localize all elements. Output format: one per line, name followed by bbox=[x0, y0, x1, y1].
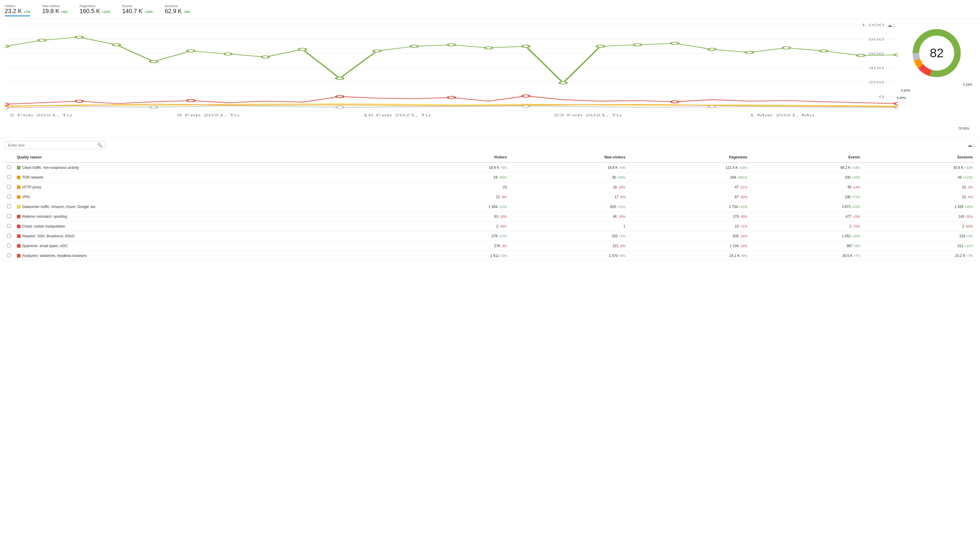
change-badge: -18% bbox=[618, 215, 625, 218]
row-pageviews: 284 +381% bbox=[628, 173, 750, 183]
table-section: Quality reason Visitors New visitors Pag… bbox=[0, 152, 980, 267]
row-checkbox[interactable] bbox=[7, 175, 11, 179]
row-checkbox[interactable] bbox=[7, 234, 11, 238]
th-new-visitors: New visitors bbox=[509, 152, 628, 162]
row-sessions: 49 +113% bbox=[862, 173, 975, 183]
svg-point-38 bbox=[5, 103, 9, 105]
svg-text:800: 800 bbox=[869, 38, 884, 41]
row-sessions: 1 526 +20% bbox=[862, 202, 975, 212]
row-checkbox-cell[interactable] bbox=[5, 222, 14, 231]
color-indicator bbox=[17, 176, 21, 179]
row-checkbox-cell[interactable] bbox=[5, 251, 14, 261]
row-events: 2 -75% bbox=[750, 222, 862, 231]
row-checkbox-cell[interactable] bbox=[5, 183, 14, 192]
donut-center-value: 82 bbox=[930, 46, 944, 60]
row-label: VPN bbox=[14, 192, 403, 202]
row-checkbox[interactable] bbox=[7, 224, 11, 228]
row-label: Analyzers: webdriver, headless browsers bbox=[14, 251, 403, 261]
donut-label-green: 79.50% bbox=[958, 127, 969, 130]
donut-label-red: 9.48% bbox=[897, 96, 906, 100]
row-pageviews: 47 -51% bbox=[628, 183, 750, 192]
svg-point-22 bbox=[336, 77, 344, 79]
row-checkbox-cell[interactable] bbox=[5, 162, 14, 173]
change-badge: -24% bbox=[740, 234, 748, 238]
change-badge: -71% bbox=[740, 224, 748, 228]
sessions-change: +8% bbox=[184, 10, 190, 14]
svg-point-47 bbox=[150, 106, 157, 108]
label-text: VPN bbox=[22, 195, 30, 199]
row-checkbox[interactable] bbox=[7, 204, 11, 208]
row-checkbox-cell[interactable] bbox=[5, 231, 14, 241]
svg-point-35 bbox=[820, 49, 827, 52]
svg-point-34 bbox=[783, 46, 790, 49]
label-text: Datacenter traffic: Amazon, Azure, Googl… bbox=[22, 205, 96, 209]
row-label: Cheat: cookie manipulation bbox=[14, 222, 403, 231]
row-checkbox[interactable] bbox=[7, 214, 11, 218]
visitors-change: +7% bbox=[24, 10, 30, 14]
change-badge: -6% bbox=[967, 195, 973, 199]
row-events: 987 +6% bbox=[750, 241, 862, 251]
row-pageviews: 1 104 -22% bbox=[628, 241, 750, 251]
donut-label-orange: 5.84% bbox=[901, 89, 910, 92]
change-badge: +15% bbox=[739, 166, 747, 169]
svg-point-28 bbox=[559, 82, 567, 84]
svg-point-41 bbox=[336, 95, 344, 98]
row-checkbox-cell[interactable] bbox=[5, 173, 14, 183]
quality-table: Quality reason Visitors New visitors Pag… bbox=[5, 152, 975, 261]
table-row: Cheat: cookie manipulation 3 -40% 1 15 -… bbox=[5, 222, 975, 231]
change-badge: -30% bbox=[740, 215, 748, 218]
row-checkbox-cell[interactable] bbox=[5, 241, 14, 251]
sessions-label: Sessions bbox=[165, 4, 190, 8]
new-visitors-label: New visitors bbox=[42, 4, 68, 8]
color-indicator bbox=[17, 244, 21, 248]
row-new-visitors: 202 +7% bbox=[509, 231, 628, 241]
row-pageviews: 15 -71% bbox=[628, 222, 750, 231]
th-quality-reason: Quality reason bbox=[14, 152, 403, 162]
table-row: Spammer: email spam, UGC 276 -3% 221 -8%… bbox=[5, 241, 975, 251]
donut-chart: 82 bbox=[907, 24, 966, 83]
download-cloud-icon[interactable]: ☁↓ bbox=[967, 142, 975, 148]
donut-label-gray: 5.18% bbox=[963, 83, 972, 86]
search-input[interactable] bbox=[8, 143, 97, 148]
row-label: TOR network bbox=[14, 173, 403, 183]
events-value: 140.7 K bbox=[122, 8, 143, 14]
svg-point-25 bbox=[448, 44, 455, 46]
label-text: Clean traffic: non-suspicious activity bbox=[22, 165, 79, 170]
row-checkbox-cell[interactable] bbox=[5, 192, 14, 202]
svg-text:16 Feb 2021, Tu: 16 Feb 2021, Tu bbox=[363, 114, 431, 117]
color-indicator bbox=[17, 254, 21, 257]
change-badge: -32% bbox=[965, 215, 973, 218]
svg-point-37 bbox=[894, 54, 898, 56]
change-badge: +77% bbox=[851, 195, 860, 199]
change-badge: +5% bbox=[500, 166, 507, 169]
svg-text:1 000: 1 000 bbox=[861, 24, 884, 27]
events-change: +14% bbox=[145, 10, 153, 14]
row-checkbox[interactable] bbox=[7, 195, 11, 199]
table-row: TOR network 34 +55% 30 +43% 284 +381% 23… bbox=[5, 173, 975, 183]
row-label: Attacker: SSH, Bruteforce, DDoS bbox=[14, 231, 403, 241]
change-badge: +4% bbox=[619, 166, 625, 169]
change-badge: +7% bbox=[853, 254, 860, 257]
change-badge: -9% bbox=[501, 195, 507, 199]
svg-point-20 bbox=[262, 56, 269, 58]
row-checkbox-cell[interactable] bbox=[5, 212, 14, 222]
change-badge: -6% bbox=[619, 195, 625, 199]
row-checkbox[interactable] bbox=[7, 243, 11, 248]
change-badge: -18% bbox=[618, 186, 625, 189]
search-input-wrap[interactable]: 🔍 bbox=[5, 141, 106, 149]
row-checkbox[interactable] bbox=[7, 185, 11, 189]
chart-download-icon[interactable]: ☁↓ bbox=[887, 22, 895, 29]
row-events: 98.2 K +18% bbox=[750, 162, 862, 173]
row-checkbox[interactable] bbox=[7, 165, 11, 169]
row-checkbox-cell[interactable] bbox=[5, 202, 14, 212]
row-sessions: 31 -6% bbox=[862, 192, 975, 202]
events-label: Events bbox=[122, 4, 153, 8]
change-badge: -20% bbox=[740, 195, 748, 199]
svg-point-19 bbox=[224, 53, 232, 55]
svg-point-42 bbox=[448, 97, 455, 99]
change-badge: +18% bbox=[851, 166, 860, 169]
row-events: 26.5 K +7% bbox=[750, 251, 862, 261]
label-text: Analyzers: webdriver, headless browsers bbox=[22, 254, 87, 258]
row-checkbox[interactable] bbox=[7, 253, 11, 257]
search-icon: 🔍 bbox=[97, 143, 102, 148]
